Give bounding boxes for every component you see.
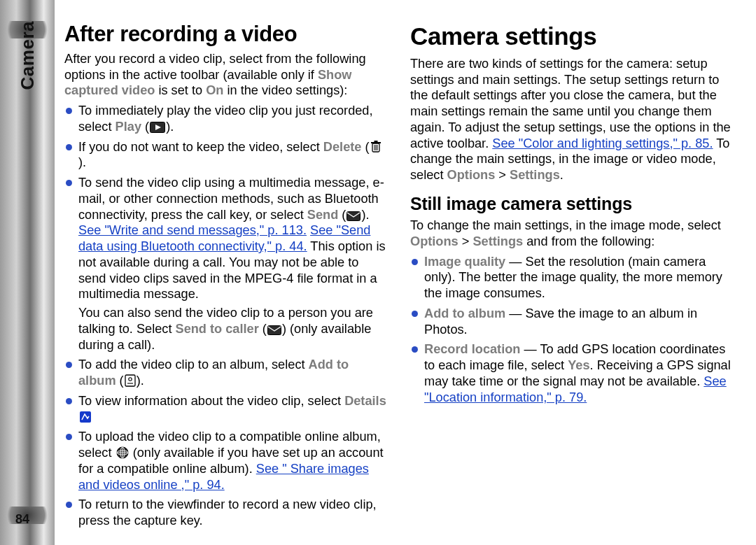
text: ( bbox=[116, 374, 124, 388]
list-item: To send the video clip using a multimedi… bbox=[64, 175, 389, 353]
list-item: To immediately play the video clip you j… bbox=[64, 103, 389, 135]
command: Delete bbox=[323, 140, 362, 154]
command: Details bbox=[344, 394, 386, 408]
list-item: If you do not want to keep the video, se… bbox=[64, 139, 389, 171]
svg-point-11 bbox=[128, 378, 131, 381]
text: ( bbox=[338, 208, 346, 222]
page-content: 84 After recording a video After you rec… bbox=[55, 0, 756, 545]
setting-label: Image quality bbox=[424, 255, 505, 269]
envelope-icon bbox=[346, 211, 360, 221]
page-number: 84 bbox=[15, 511, 29, 528]
after-recording-list: To immediately play the video clip you j… bbox=[64, 103, 389, 529]
list-item: Record location — To add GPS location co… bbox=[410, 341, 735, 405]
text: . bbox=[560, 168, 564, 182]
text: ( bbox=[259, 322, 267, 336]
list-item: Image quality — Set the resolution (main… bbox=[410, 254, 735, 302]
svg-rect-9 bbox=[267, 325, 281, 334]
text: and from the following: bbox=[523, 234, 654, 248]
svg-rect-4 bbox=[374, 141, 377, 142]
list-item: To upload the video clip to a compatible… bbox=[64, 429, 389, 493]
section-label-wrap: Camera bbox=[8, 0, 46, 545]
text: > bbox=[495, 168, 510, 182]
trash-icon bbox=[370, 141, 382, 153]
svg-rect-3 bbox=[371, 142, 381, 143]
text: ). bbox=[136, 374, 144, 388]
text: To add the video clip to an album, selec… bbox=[78, 358, 309, 371]
command: Options bbox=[410, 234, 458, 248]
envelope-icon bbox=[267, 325, 281, 335]
list-item-para: You can also send the video clip to a pe… bbox=[78, 305, 389, 353]
text: is set to bbox=[155, 83, 206, 97]
play-icon bbox=[150, 122, 165, 133]
camera-settings-para: There are two kinds of settings for the … bbox=[410, 56, 735, 183]
command: Send to caller bbox=[176, 322, 259, 336]
text: ( bbox=[361, 140, 369, 154]
text: To return to the viewfinder to record a … bbox=[78, 497, 377, 528]
after-recording-intro: After you record a video clip, select fr… bbox=[64, 51, 389, 99]
album-icon bbox=[125, 374, 136, 387]
details-icon bbox=[79, 411, 92, 423]
command: Send bbox=[307, 208, 338, 222]
link-write-send[interactable]: See "Write and send messages," p. 113. bbox=[78, 223, 307, 237]
text: To view information about the video clip… bbox=[78, 394, 344, 408]
command: Settings bbox=[510, 168, 560, 182]
setting-label: Add to album bbox=[424, 306, 505, 320]
list-item: To view information about the video clip… bbox=[64, 393, 389, 425]
text: ). bbox=[78, 155, 86, 169]
list-item: To add the video clip to an album, selec… bbox=[64, 357, 389, 389]
setting-label: Record location bbox=[424, 342, 520, 356]
still-image-list: Image quality — Set the resolution (main… bbox=[410, 254, 735, 406]
text: If you do not want to keep the video, se… bbox=[78, 140, 323, 154]
text-bold: On bbox=[206, 83, 223, 97]
command: Options bbox=[447, 168, 496, 182]
command: Play bbox=[115, 120, 141, 134]
text: ( bbox=[141, 120, 149, 134]
section-label: Camera bbox=[17, 21, 38, 90]
heading-still-image: Still image camera settings bbox=[410, 193, 735, 215]
list-item: Add to album — Save the image to an albu… bbox=[410, 306, 735, 338]
heading-after-recording: After recording a video bbox=[64, 21, 389, 48]
globe-icon bbox=[116, 446, 129, 459]
link-color-lighting[interactable]: See "Color and lighting settings," p. 85… bbox=[492, 136, 713, 150]
text: To change the main settings, in the imag… bbox=[410, 218, 721, 232]
list-item: To return to the viewfinder to record a … bbox=[64, 497, 389, 529]
command: Settings bbox=[472, 234, 523, 248]
text: ). bbox=[166, 120, 174, 134]
text: > bbox=[458, 234, 473, 248]
svg-rect-8 bbox=[347, 211, 360, 220]
text: ). bbox=[361, 208, 369, 222]
page-binding: Camera bbox=[0, 0, 55, 545]
text-bold: Yes bbox=[568, 358, 589, 372]
still-image-intro: To change the main settings, in the imag… bbox=[410, 218, 735, 250]
heading-camera-settings: Camera settings bbox=[410, 21, 735, 52]
svg-rect-13 bbox=[80, 411, 91, 423]
text: in the video settings): bbox=[223, 83, 347, 97]
